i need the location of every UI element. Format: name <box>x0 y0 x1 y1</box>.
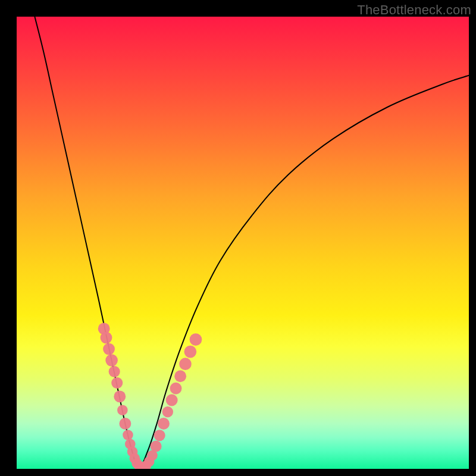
watermark-text: TheBottleneck.com <box>357 2 471 18</box>
data-dot <box>114 390 126 402</box>
chart-frame: TheBottleneck.com <box>0 0 476 476</box>
data-dot <box>111 377 123 389</box>
data-dot <box>179 358 192 370</box>
data-dot <box>103 343 115 355</box>
data-dot <box>162 406 173 417</box>
data-dot <box>166 394 178 406</box>
plot-area <box>17 17 469 469</box>
data-dot <box>190 333 202 346</box>
data-dot <box>174 370 186 382</box>
data-dot <box>101 332 112 344</box>
bottleneck-curve <box>35 17 469 469</box>
data-dot <box>119 418 131 430</box>
data-dot <box>123 430 133 440</box>
curve-layer <box>17 17 469 469</box>
data-dot <box>105 354 118 367</box>
data-dot <box>117 405 128 415</box>
data-dot <box>151 440 162 452</box>
data-dot <box>170 383 182 394</box>
data-dot <box>184 346 197 358</box>
data-dot <box>158 418 170 430</box>
data-dot <box>154 430 165 441</box>
data-dot <box>109 366 120 377</box>
